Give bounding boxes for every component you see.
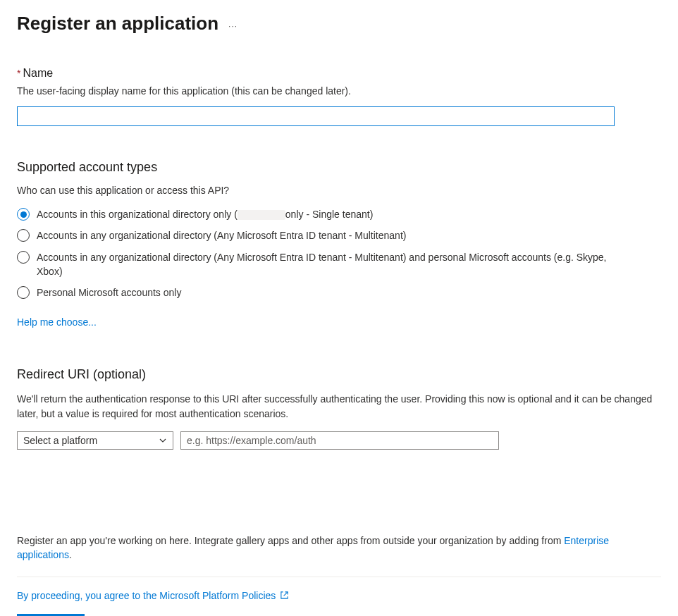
redirect-uri-input[interactable]	[180, 431, 499, 450]
radio-label: Personal Microsoft accounts only	[37, 285, 181, 300]
more-icon[interactable]: ···	[228, 18, 238, 30]
radio-single-tenant[interactable]: Accounts in this organizational director…	[17, 207, 661, 221]
name-input[interactable]	[17, 106, 615, 126]
redirect-uri-description: We'll return the authentication response…	[17, 392, 661, 421]
required-asterisk: *	[17, 68, 20, 79]
external-link-icon	[280, 591, 289, 600]
radio-circle-icon	[17, 229, 30, 242]
divider	[17, 577, 661, 577]
name-description: The user-facing display name for this ap…	[17, 85, 661, 97]
radio-circle-icon	[17, 286, 30, 299]
account-types-radio-group: Accounts in this organizational director…	[17, 207, 661, 300]
page-title: Register an application	[17, 13, 218, 35]
name-label-text: Name	[23, 67, 53, 80]
account-types-heading: Supported account types	[17, 160, 661, 175]
radio-multitenant[interactable]: Accounts in any organizational directory…	[17, 228, 661, 242]
footer-text: Register an app you're working on here. …	[17, 534, 661, 562]
radio-label: Accounts in this organizational director…	[37, 207, 373, 221]
radio-circle-icon	[17, 208, 30, 221]
radio-label: Accounts in any organizational directory…	[37, 228, 406, 242]
redacted-tenant-name	[238, 210, 285, 220]
radio-multitenant-personal[interactable]: Accounts in any organizational directory…	[17, 250, 661, 279]
name-label: * Name	[17, 67, 661, 80]
redirect-uri-row: Select a platform	[17, 431, 661, 450]
help-me-choose-link[interactable]: Help me choose...	[17, 316, 97, 328]
radio-label: Accounts in any organizational directory…	[37, 250, 615, 279]
platform-select[interactable]: Select a platform	[17, 431, 173, 450]
platform-policies-link[interactable]: By proceeding, you agree to the Microsof…	[17, 590, 289, 601]
chevron-down-icon	[159, 436, 167, 445]
policies-link-text: By proceeding, you agree to the Microsof…	[17, 590, 276, 601]
account-types-question: Who can use this application or access t…	[17, 185, 661, 196]
radio-circle-icon	[17, 251, 30, 264]
redirect-uri-heading: Redirect URI (optional)	[17, 367, 661, 382]
radio-personal-only[interactable]: Personal Microsoft accounts only	[17, 285, 661, 300]
platform-select-value: Select a platform	[23, 435, 97, 446]
